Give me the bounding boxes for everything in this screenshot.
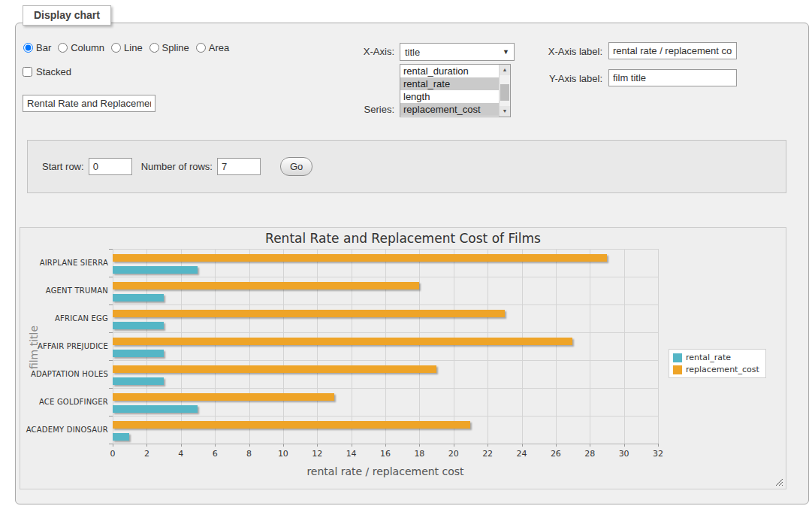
y-gridline (113, 249, 658, 250)
scroll-down-icon[interactable]: ▼ (500, 106, 510, 117)
chart-type-label-spline: Spline (162, 42, 189, 53)
y-gridline (113, 360, 658, 361)
x-gridline (624, 249, 625, 444)
bar-replacement_cost[interactable] (113, 421, 470, 429)
bar-replacement_cost[interactable] (113, 282, 419, 289)
chart-container: Rental Rate and Replacement Cost of Film… (20, 227, 786, 489)
y-axis-tick (109, 416, 113, 417)
scroll-up-icon[interactable]: ▲ (500, 65, 510, 75)
x-gridline (556, 249, 557, 444)
x-gridline (385, 249, 386, 444)
x-tick-label: 20 (444, 449, 463, 459)
category-label: AGENT TRUMAN (26, 286, 108, 295)
bar-replacement_cost[interactable] (113, 254, 607, 262)
x-axis-tick (658, 444, 659, 447)
x-axis-select[interactable]: title ▼ (400, 43, 515, 61)
x-gridline (146, 249, 147, 444)
x-gridline (317, 249, 318, 444)
chart-type-option-line[interactable]: Line (111, 42, 143, 53)
chart-type-option-bar[interactable]: Bar (23, 42, 51, 53)
stacked-option[interactable]: Stacked (23, 66, 71, 77)
chart-type-label-column: Column (71, 42, 104, 53)
bar-replacement_cost[interactable] (113, 338, 572, 345)
legend-swatch-icon (673, 353, 682, 362)
chart-type-option-spline[interactable]: Spline (149, 42, 189, 53)
bar-rental_rate[interactable] (113, 266, 198, 274)
scrollbar-thumb[interactable] (500, 84, 509, 101)
x-axis-field-label: X-Axis: (342, 46, 394, 57)
x-gridline (488, 249, 488, 444)
x-tick-label: 0 (103, 449, 122, 459)
series-options: rental_duration rental_rate length repla… (400, 65, 499, 117)
plot-area: 02468101214161820222426283032AIRPLANE SI… (113, 249, 658, 444)
chart-legend: rental_ratereplacement_cost (669, 349, 766, 378)
x-axis-label-input[interactable] (608, 42, 737, 59)
bar-rental_rate[interactable] (113, 405, 198, 413)
chart-type-option-column[interactable]: Column (58, 42, 104, 53)
x-tick-label: 26 (546, 449, 566, 459)
chart-type-radio-line[interactable] (111, 43, 121, 53)
chart-type-radio-group: Bar Column Line Spline Area (23, 42, 229, 53)
legend-item-rental_rate[interactable]: rental_rate (673, 353, 759, 362)
start-row-label: Start row: (42, 161, 84, 172)
y-gridline (113, 416, 658, 417)
series-option-rental-rate[interactable]: rental_rate (400, 77, 499, 90)
y-axis-tick (109, 249, 113, 250)
bar-rental_rate[interactable] (113, 350, 164, 357)
x-gridline (215, 249, 216, 444)
series-listbox[interactable]: rental_duration rental_rate length repla… (400, 64, 511, 117)
y-gridline (113, 277, 658, 277)
x-gridline (181, 249, 182, 444)
resize-handle-icon[interactable] (775, 478, 783, 486)
bar-replacement_cost[interactable] (113, 365, 436, 373)
series-field-label: Series: (342, 104, 394, 115)
bar-rental_rate[interactable] (113, 433, 129, 441)
x-tick-label: 30 (614, 449, 634, 459)
chart-type-label-bar: Bar (36, 42, 51, 53)
x-gridline (419, 249, 420, 444)
x-axis-title: rental rate / replacement cost (113, 465, 658, 477)
bar-replacement_cost[interactable] (113, 310, 505, 317)
bar-replacement_cost[interactable] (113, 393, 334, 401)
x-gridline (283, 249, 284, 444)
x-tick-label: 16 (376, 449, 395, 459)
y-axis-label-field-label: Y-Axis label: (539, 73, 602, 84)
listbox-scrollbar[interactable]: ▲ ▼ (499, 65, 510, 117)
chart-title-input[interactable] (23, 95, 155, 112)
y-gridline (113, 332, 658, 333)
bar-rental_rate[interactable] (113, 377, 164, 385)
x-gridline (249, 249, 250, 444)
y-axis-tick (109, 360, 113, 361)
bar-rental_rate[interactable] (113, 322, 164, 329)
chart-type-radio-bar[interactable] (23, 43, 33, 53)
x-tick-label: 6 (205, 449, 225, 459)
y-axis-tick (109, 304, 113, 305)
start-row-input[interactable] (89, 158, 132, 175)
x-tick-label: 8 (240, 449, 259, 459)
x-tick-label: 32 (648, 449, 668, 459)
series-option-replacement-cost[interactable]: replacement_cost (400, 103, 499, 116)
y-axis-tick (109, 388, 113, 389)
chart-type-radio-column[interactable] (58, 43, 68, 53)
chart-type-radio-area[interactable] (196, 43, 206, 53)
chart-title: Rental Rate and Replacement Cost of Film… (20, 231, 786, 246)
page: Display chart Bar Column Line Spline Are… (0, 0, 812, 512)
x-tick-label: 2 (137, 449, 156, 459)
chart-type-radio-spline[interactable] (149, 43, 159, 53)
x-tick-label: 4 (171, 449, 191, 459)
x-tick-label: 28 (580, 449, 599, 459)
fieldset-legend: Display chart (23, 5, 111, 26)
bar-rental_rate[interactable] (113, 294, 164, 301)
series-option-rental-duration[interactable]: rental_duration (400, 65, 499, 77)
legend-item-replacement_cost[interactable]: replacement_cost (673, 365, 759, 374)
y-axis-label-input[interactable] (608, 69, 737, 86)
stacked-checkbox[interactable] (23, 67, 32, 77)
x-tick-label: 24 (512, 449, 532, 459)
legend-swatch-icon (673, 365, 682, 374)
go-button[interactable]: Go (280, 157, 312, 176)
y-axis-tick (109, 332, 113, 333)
chart-type-option-area[interactable]: Area (196, 42, 229, 53)
number-of-rows-input[interactable] (217, 158, 261, 175)
series-option-length[interactable]: length (400, 90, 499, 103)
x-gridline (454, 249, 454, 444)
